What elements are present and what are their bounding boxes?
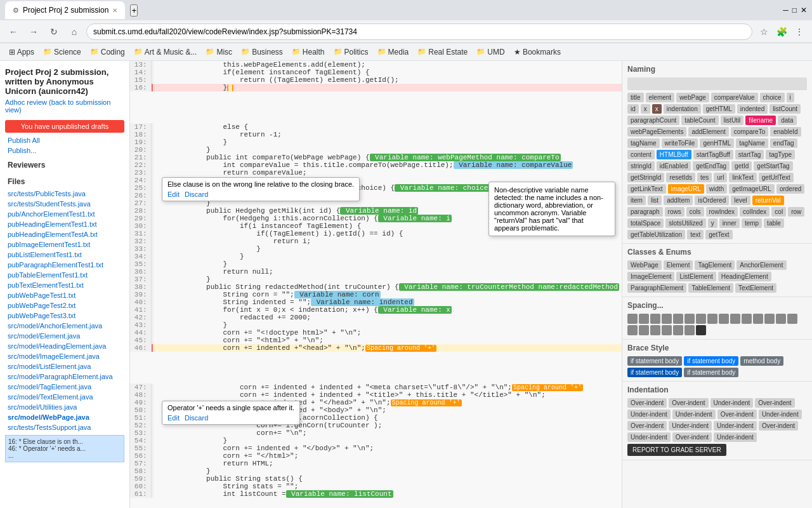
spacing-box-19[interactable]: [662, 325, 672, 335]
spacing-box-20[interactable]: [673, 325, 683, 335]
tag-element[interactable]: element: [646, 93, 675, 102]
tag-class-webpage[interactable]: WebPage: [627, 260, 662, 270]
tag-filename[interactable]: filename: [745, 116, 776, 125]
tag-choice[interactable]: choice: [760, 93, 785, 102]
spacing-box-4[interactable]: [662, 314, 672, 324]
tag-item[interactable]: item: [627, 196, 646, 205]
file-model-element[interactable]: src/model/Element.java: [0, 331, 129, 341]
brace-tag-if3[interactable]: if statement body: [627, 368, 682, 377]
file-pub-paragraph[interactable]: pubParagraphElementTest1.txt: [0, 260, 129, 270]
tooltip-operator-discard-button[interactable]: Discard: [185, 414, 208, 422]
spacing-box-10[interactable]: [730, 314, 740, 324]
tag-list[interactable]: list: [648, 196, 662, 205]
tag-title[interactable]: title: [627, 93, 644, 102]
forward-button[interactable]: →: [25, 23, 42, 40]
tag-rows[interactable]: rows: [665, 207, 684, 217]
spacing-box-11[interactable]: [742, 314, 752, 324]
tag-comparevalue[interactable]: compareValue: [711, 93, 758, 102]
file-public-tests[interactable]: src/tests/PublicTests.java: [0, 189, 129, 199]
tag-linktext[interactable]: linkText: [729, 173, 756, 182]
spacing-box-18[interactable]: [650, 325, 660, 335]
tag-tes[interactable]: tes: [697, 173, 712, 182]
tag-data[interactable]: data: [778, 116, 796, 125]
indent-tag-4[interactable]: Over-indent: [755, 398, 794, 408]
brace-tag-if4[interactable]: if statement body: [684, 368, 738, 377]
url-bar[interactable]: [86, 23, 752, 40]
spacing-box-5[interactable]: [673, 314, 683, 324]
tooltip-discard-button[interactable]: Discard: [185, 190, 208, 198]
tag-tagname[interactable]: tagName: [627, 138, 660, 148]
file-pub-text[interactable]: pubTextElementTest1.txt: [0, 280, 129, 290]
tag-stringid[interactable]: stringId: [627, 161, 655, 171]
tag-id[interactable]: id: [627, 104, 639, 114]
file-pub-image[interactable]: pubImageElementTest1.txt: [0, 239, 129, 250]
file-model-image[interactable]: src/model/ImageElement.java: [0, 351, 129, 361]
file-model-anchor[interactable]: src/model/AnchorElement.java: [0, 321, 129, 331]
spacing-box-14[interactable]: [776, 314, 786, 324]
indent-tag-3[interactable]: Under-indent: [710, 398, 754, 408]
file-model-utilities[interactable]: src/model/Utilities.java: [0, 402, 129, 412]
spacing-box-12[interactable]: [753, 314, 763, 324]
tag-rowindex[interactable]: rowIndex: [706, 207, 738, 217]
tag-url[interactable]: url: [714, 173, 727, 182]
tag-gethtml[interactable]: getHTML: [703, 104, 735, 114]
spacing-box-3[interactable]: [650, 314, 660, 324]
back-button[interactable]: ←: [5, 23, 22, 40]
tag-i[interactable]: i: [787, 93, 794, 102]
tooltip-operator-edit-button[interactable]: Edit: [167, 414, 180, 422]
tag-class-element[interactable]: Element: [664, 260, 693, 270]
tag-webpageelements[interactable]: webPageElements: [627, 127, 686, 137]
extensions-icon[interactable]: 🧩: [774, 24, 789, 39]
tag-paragraphcount[interactable]: paragraphCount: [627, 116, 679, 125]
spacing-box-9[interactable]: [719, 314, 729, 324]
indent-tag-13[interactable]: Under-indent: [627, 432, 671, 442]
publish-all-link[interactable]: Publish All: [0, 135, 129, 145]
file-pub-webpage3[interactable]: pubWebPageTest3.txt: [0, 311, 129, 321]
tag-genhtml[interactable]: genHTML: [700, 138, 734, 148]
tag-getid[interactable]: getId: [731, 161, 752, 171]
tag-tablecount[interactable]: tableCount: [681, 116, 718, 125]
bookmark-umd[interactable]: UMD: [473, 46, 508, 58]
tag-class-anchor[interactable]: AnchorElement: [737, 260, 786, 270]
close-window-button[interactable]: ✕: [801, 6, 807, 15]
tag-class-image[interactable]: ImageElement: [627, 272, 674, 281]
spacing-box-17[interactable]: [639, 325, 649, 335]
brace-tag-if2[interactable]: if statement body: [684, 356, 738, 366]
bookmark-business[interactable]: Business: [237, 46, 287, 58]
file-model-paragraph[interactable]: src/model/ParagraphElement.java: [0, 371, 129, 382]
reload-button[interactable]: ↻: [46, 23, 62, 40]
tag-starttag[interactable]: startTag: [735, 150, 764, 159]
tag-addelement[interactable]: addElement: [688, 127, 728, 137]
indent-tag-11[interactable]: Under-indent: [714, 421, 757, 431]
tag-webpage[interactable]: webPage: [676, 93, 709, 102]
file-student-tests[interactable]: src/tests/StudentTests.java: [0, 199, 129, 209]
tag-tagtype[interactable]: tagType: [766, 150, 795, 159]
spacing-box-13[interactable]: [764, 314, 775, 324]
report-to-grade-server-button[interactable]: REPORT TO GRADE SERVER: [627, 444, 726, 456]
tag-class-tagelement[interactable]: TagElement: [695, 260, 735, 270]
tag-endtag[interactable]: endTag: [770, 138, 797, 148]
file-model-heading[interactable]: src/model/HeadingElement.java: [0, 341, 129, 351]
tag-indentation2[interactable]: indentation: [664, 104, 701, 114]
file-pub-heading1[interactable]: pubHeadingElementTest1.txt: [0, 219, 129, 229]
tag-level[interactable]: level: [731, 196, 750, 205]
tag-col[interactable]: col: [771, 207, 786, 217]
adhoc-review-link[interactable]: Adhoc review: [5, 98, 47, 106]
bookmark-apps[interactable]: ⊞ Apps: [5, 46, 38, 58]
file-tests-support[interactable]: src/tests/TestsSupport.java: [0, 422, 129, 432]
home-button[interactable]: ⌂: [66, 23, 82, 40]
tag-isordered[interactable]: isOrdered: [695, 196, 729, 205]
file-pub-webpage1[interactable]: pubWebPageTest1.txt: [0, 290, 129, 300]
tag-inner[interactable]: inner: [719, 218, 740, 228]
tag-idenabled[interactable]: idEnabled: [657, 161, 691, 171]
file-model-list[interactable]: src/model/ListElement.java: [0, 361, 129, 371]
indent-tag-14[interactable]: Over-indent: [672, 432, 712, 442]
file-pub-anchor[interactable]: pub/AnchorElementTest1.txt: [0, 209, 129, 219]
tag-geturltext[interactable]: getUrlText: [759, 173, 794, 182]
tag-class-paragraph[interactable]: ParagraphElement: [627, 283, 686, 293]
tag-starttagbuff[interactable]: startTagBuff: [693, 150, 733, 159]
tag-indentation[interactable]: x: [652, 104, 662, 114]
publish-link[interactable]: Publish...: [0, 145, 129, 156]
tag-getstarttag[interactable]: getStartTag: [754, 161, 792, 171]
tag-slotsutilized[interactable]: slotsUtilized: [665, 218, 705, 228]
